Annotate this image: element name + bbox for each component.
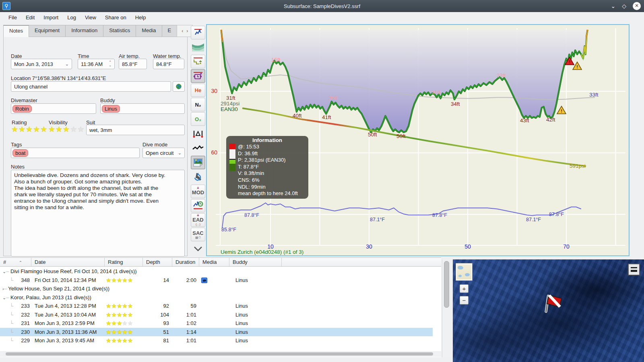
menu-item-view[interactable]: View <box>80 13 101 22</box>
dive-row-229[interactable]: └229Mon Jun 3, 2013 9:45 AM★★★★★811:01Li… <box>0 336 433 345</box>
dive-row-233[interactable]: └233Tue Jun 4, 2013 12:28 PM★★★★★9259Lin… <box>0 302 433 311</box>
map-type-thumbnail[interactable] <box>456 263 472 280</box>
dc-ceiling-icon[interactable] <box>191 26 205 39</box>
menu-item-share-on[interactable]: Share on <box>101 13 131 22</box>
calculated-ceiling-icon[interactable] <box>191 40 205 54</box>
tab-statistics[interactable]: Statistics <box>103 25 136 37</box>
svg-text:50ft: 50ft <box>368 132 377 138</box>
rating-stars[interactable]: ★★★★★ <box>11 125 47 134</box>
horizontal-scrollbar[interactable] <box>0 351 441 357</box>
heartrate-icon[interactable] <box>191 141 205 155</box>
divemode-dropdown[interactable]: Open circuit⌄ <box>142 148 185 158</box>
map-zoom-in-button[interactable]: + <box>460 284 469 293</box>
svg-text:87.8°F: 87.8°F <box>432 212 447 218</box>
tissues-icon[interactable] <box>191 69 205 83</box>
dive-buddy: Linus <box>235 276 248 284</box>
dive-flag-marker[interactable] <box>542 292 563 315</box>
subsurface-window: ⚲ Subsurface: SampleDivesV2.ssrf ⌄ ◇ ✕ F… <box>0 0 644 362</box>
dive-row-348[interactable]: └348Fri Oct 10, 2014 12:34 PM★★★★★142:00… <box>0 276 433 285</box>
tab-media[interactable]: Media <box>136 25 162 37</box>
tags-input[interactable]: boat <box>11 148 140 158</box>
menu-item-help[interactable]: Help <box>131 13 151 22</box>
dive-date: Fri Oct 10, 2014 12:34 PM <box>35 276 96 284</box>
dive-buddy: Linus <box>235 319 248 327</box>
buddy-input[interactable]: Linus <box>100 103 185 114</box>
nitrogen-icon[interactable]: N₂ <box>191 98 205 111</box>
notes-textarea[interactable] <box>11 170 185 257</box>
location-input[interactable]: Ulong channel <box>11 81 171 92</box>
dive-row-232[interactable]: └232Tue Jun 4, 2013 10:04 AM★★★★★1041:01… <box>0 311 433 319</box>
dive-info-panel: NotesEquipmentInformationStatisticsMedia… <box>3 25 188 256</box>
menu-item-log[interactable]: Log <box>63 13 80 22</box>
divemaster-tag[interactable]: Robin <box>12 105 32 113</box>
vscroll-thumb[interactable] <box>444 261 449 308</box>
ceiling-increments-icon[interactable] <box>191 55 205 68</box>
maximize-icon[interactable]: ◇ <box>622 3 626 9</box>
close-icon[interactable]: ✕ <box>633 2 641 10</box>
visibility-stars[interactable]: ★★★★★ <box>48 125 85 134</box>
media-thumbnail-icon[interactable] <box>201 278 207 283</box>
svg-text:!: ! <box>561 109 562 113</box>
trip-row[interactable]: ⌄– Divi Flamingo House Reef, Fri Oct 10,… <box>0 267 433 276</box>
dive-row-230[interactable]: └230Mon Jun 3, 2013 11:36 AM★★★★★511:14L… <box>0 328 433 337</box>
dive-duration: 2:00 <box>172 276 196 284</box>
globe-button[interactable] <box>173 81 185 92</box>
svg-text:23ft: 23ft <box>497 72 506 78</box>
gas-change-icon[interactable] <box>191 170 205 184</box>
scroll-down-icon[interactable] <box>191 242 205 256</box>
collapse-icon[interactable]: ⌄ <box>2 269 6 274</box>
oxygen-icon[interactable]: O₂ <box>191 112 205 126</box>
menu-item-import[interactable]: Import <box>39 13 63 22</box>
watertemp-label: Water temp. <box>153 53 181 59</box>
suit-input[interactable]: wet, 3mm <box>86 125 185 135</box>
tab-notes[interactable]: Notes <box>3 25 29 37</box>
hscroll-thumb[interactable] <box>6 352 433 356</box>
sac-icon[interactable]: SAC▦⏱ <box>191 228 205 241</box>
column-header-buddy[interactable]: Buddy <box>229 258 282 267</box>
collapse-icon[interactable]: ⌄ <box>2 295 6 300</box>
svg-text:30: 30 <box>211 88 217 94</box>
column-header-date[interactable]: Date <box>31 258 105 267</box>
tab-information[interactable]: Information <box>65 25 103 37</box>
minimize-icon[interactable]: ⌄ <box>611 3 615 9</box>
photos-icon[interactable] <box>191 156 205 169</box>
notes-label: Notes <box>11 164 25 170</box>
divemaster-input[interactable]: Robin <box>11 103 96 114</box>
watertemp-field[interactable]: 84.8°F <box>153 59 184 69</box>
trip-row[interactable]: ⌄– Koror, Palau, Jun 2013 (11 dive(s)) <box>0 293 433 302</box>
time-spinner[interactable]: 11:36 AM⌃⌄ <box>78 59 115 69</box>
tab-scroll-right-icon[interactable]: › <box>186 28 188 34</box>
svg-text:591psi: 591psi <box>570 163 586 169</box>
column-header-rating[interactable]: Rating <box>105 258 143 267</box>
dive-date: Mon Jun 3, 2013 11:36 AM <box>35 328 97 336</box>
map-zoom-out-button[interactable]: − <box>460 296 469 304</box>
dive-row-231[interactable]: └231Mon Jun 3, 2013 2:59 PM★★★★★931:02Li… <box>0 319 433 328</box>
dive-site-map[interactable]: + − <box>453 259 644 362</box>
buddy-tag[interactable]: Linus <box>102 105 120 113</box>
column-header-num[interactable]: # ⌃ <box>0 258 31 267</box>
vertical-scrollbar[interactable] <box>442 259 451 357</box>
mod-icon[interactable]: +MOD <box>191 185 205 198</box>
tab-scroll-left-icon[interactable]: ‹ <box>182 28 183 34</box>
date-dropdown[interactable]: Mon Jun 3, 2013⌄ <box>11 59 72 69</box>
ruler-icon[interactable] <box>191 127 205 140</box>
helium-icon[interactable]: He <box>191 84 205 97</box>
ead-icon[interactable]: +EAD(...) <box>191 213 205 227</box>
svg-text:87.1°F: 87.1°F <box>370 217 385 222</box>
column-header-duration[interactable]: Duration <box>172 258 199 267</box>
menu-item-edit[interactable]: Edit <box>21 13 39 22</box>
airtemp-field[interactable]: 85.8°F <box>119 59 147 69</box>
menu-item-file[interactable]: File <box>4 13 21 22</box>
dive-buddy: Linus <box>235 302 248 310</box>
svg-text:!: ! <box>576 64 578 69</box>
tab-equipment[interactable]: Equipment <box>29 25 66 37</box>
column-header-depth[interactable]: Depth <box>143 258 172 267</box>
spinner-arrows-icon[interactable]: ⌃⌄ <box>109 61 111 67</box>
dive-rating-stars: ★★★★★ <box>106 311 133 319</box>
ndl-icon[interactable] <box>191 199 205 213</box>
tab-e[interactable]: E <box>162 25 178 37</box>
column-header-media[interactable]: Media <box>199 258 229 267</box>
trip-row[interactable]: ›– Yellow House, Sun Sep 21, 2014 (1 div… <box>0 284 433 293</box>
tag-boat[interactable]: boat <box>12 149 28 157</box>
map-menu-button[interactable] <box>628 263 640 276</box>
